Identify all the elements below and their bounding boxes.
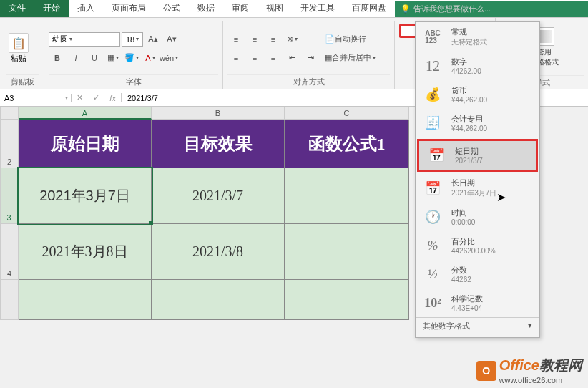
name-box-value: A3 [4, 94, 14, 102]
percent-icon: % [421, 236, 444, 256]
increase-indent-icon[interactable]: ⇥ [303, 51, 318, 65]
italic-button[interactable]: I [68, 51, 84, 65]
cell-c3[interactable] [285, 168, 409, 224]
tell-me-placeholder: 告诉我您想要做什么... [413, 4, 491, 14]
format-fraction[interactable]: ½ 分数44262 [416, 260, 539, 288]
scientific-icon: 10² [421, 293, 444, 313]
column-header-b[interactable]: B [152, 107, 285, 120]
paste-label: 粘贴 [11, 53, 26, 64]
tell-me-search[interactable]: 💡 告诉我您想要做什么... [395, 1, 588, 17]
fill-color-button[interactable]: 🪣▾ [124, 51, 139, 65]
tab-data[interactable]: 数据 [189, 0, 223, 17]
align-left-icon[interactable]: ≡ [228, 51, 244, 65]
font-color-button[interactable]: A▾ [142, 51, 158, 65]
cell-c2[interactable]: 函数公式1 [285, 120, 409, 168]
tab-developer[interactable]: 开发工具 [292, 0, 343, 17]
column-header-a[interactable]: A [19, 107, 152, 120]
cell-a2[interactable]: 原始日期 [19, 120, 152, 168]
cell-b5[interactable] [152, 280, 285, 320]
lightbulb-icon: 💡 [401, 4, 411, 14]
align-bottom-icon[interactable]: ≡ [265, 32, 281, 47]
cell-a3[interactable]: 2021年3月7日 [19, 168, 152, 224]
currency-icon: 💰 [421, 84, 444, 105]
tab-view[interactable]: 视图 [258, 0, 292, 17]
cell-a3-value: 2021年3月7日 [39, 186, 130, 205]
font-group-label: 字体 [49, 74, 218, 87]
accounting-icon: 🧾 [421, 113, 444, 133]
watermark-url: www.office26.com [499, 376, 562, 384]
tab-formulas[interactable]: 公式 [155, 0, 189, 17]
row-header-5[interactable] [0, 280, 19, 320]
fill-handle[interactable] [149, 221, 153, 225]
row-header-2[interactable]: 2 [0, 120, 19, 168]
column-header-c[interactable]: C [285, 107, 409, 120]
tab-page-layout[interactable]: 页面布局 [103, 0, 155, 17]
format-percent[interactable]: % 百分比4426200.00% [416, 231, 539, 260]
chevron-down-icon[interactable]: ▾ [65, 94, 68, 101]
format-general[interactable]: ABC 123 常规无特定格式 [416, 22, 539, 52]
alignment-group-label: 对齐方式 [227, 74, 390, 87]
general-icon: ABC 123 [421, 27, 444, 47]
group-clipboard: 📋 粘贴 剪贴板 [1, 21, 44, 89]
tab-file[interactable]: 文件 [0, 0, 34, 17]
watermark-brand1: Office [499, 357, 539, 373]
decrease-indent-icon[interactable]: ⇤ [284, 51, 300, 65]
format-short-date[interactable]: 📅 短日期2021/3/7 [417, 139, 538, 172]
format-accounting[interactable]: 🧾 会计专用¥44,262.00 [416, 109, 539, 137]
long-date-icon: 📅 [421, 178, 444, 198]
formula-value: 2021/3/7 [127, 94, 158, 102]
underline-button[interactable]: U [87, 51, 102, 65]
tab-insert[interactable]: 插入 [69, 0, 103, 17]
font-name-dropdown[interactable]: 幼圆▾ [49, 32, 120, 47]
group-alignment: ≡ ≡ ≡ ⤭▾ ≡ ≡ ≡ ⇤ ⇥ 📄 自动换行 ▦ 合并后 [223, 21, 395, 89]
fx-icon[interactable]: fx [109, 94, 116, 102]
clipboard-group-label: 剪贴板 [6, 74, 39, 87]
bold-button[interactable]: B [49, 51, 65, 65]
align-center-icon[interactable]: ≡ [247, 51, 263, 65]
row-header-4[interactable]: 4 [0, 224, 19, 280]
cell-area: 原始日期 目标效果 函数公式1 2021年3月7日 2021/3/7 2021年… [19, 120, 409, 320]
paste-icon: 📋 [9, 33, 29, 53]
align-top-icon[interactable]: ≡ [228, 32, 244, 47]
tab-baidu-pan[interactable]: 百度网盘 [343, 0, 395, 17]
row-headers: 2 3 4 [0, 120, 19, 320]
cell-a5[interactable] [19, 280, 152, 320]
merge-center-button[interactable]: ▦ 合并后居中▾ [324, 51, 376, 65]
row-header-3[interactable]: 3 [0, 168, 19, 224]
tab-home[interactable]: 开始 [34, 0, 69, 17]
border-button[interactable]: ▦▾ [105, 51, 121, 65]
cell-b2[interactable]: 目标效果 [152, 120, 285, 168]
number-format-menu: ABC 123 常规无特定格式 12 数字44262.00 💰 货币¥44,26… [415, 21, 540, 338]
format-currency[interactable]: 💰 货币¥44,262.00 [416, 80, 539, 109]
ribbon-tabs: 文件 开始 插入 页面布局 公式 数据 审阅 视图 开发工具 百度网盘 💡 告诉… [0, 0, 588, 18]
format-number[interactable]: 12 数字44262.00 [416, 52, 539, 80]
font-name-value: 幼圆 [52, 34, 68, 44]
tab-review[interactable]: 审阅 [223, 0, 258, 17]
font-size-dropdown[interactable]: 18▾ [122, 32, 143, 47]
wrap-text-button[interactable]: 📄 自动换行 [324, 32, 367, 47]
cell-c5[interactable] [285, 280, 409, 320]
cancel-formula-icon[interactable]: ✕ [77, 93, 83, 102]
format-long-date[interactable]: 📅 长日期2021年3月7日 [416, 173, 539, 203]
more-number-formats[interactable]: 其他数字格式 ▾ [416, 317, 539, 334]
name-box[interactable]: A3 ▾ [0, 94, 72, 102]
align-right-icon[interactable]: ≡ [265, 51, 281, 65]
paste-button[interactable]: 📋 粘贴 [6, 31, 31, 65]
align-middle-icon[interactable]: ≡ [247, 32, 263, 47]
cell-b4[interactable]: 2021/3/8 [152, 224, 285, 280]
cell-a4[interactable]: 2021年3月8日 [19, 224, 152, 280]
accept-formula-icon[interactable]: ✓ [93, 93, 99, 102]
format-scientific[interactable]: 10² 科学记数4.43E+04 [416, 288, 539, 317]
increase-font-icon[interactable]: A▴ [145, 32, 161, 47]
format-time[interactable]: 🕐 时间0:00:00 [416, 203, 539, 231]
select-all-corner[interactable] [0, 107, 19, 120]
cell-b3[interactable]: 2021/3/7 [152, 168, 285, 224]
more-formats-label: 其他数字格式 [423, 321, 470, 331]
orientation-button[interactable]: ⤭▾ [284, 32, 300, 47]
column-headers: A B C [19, 107, 409, 120]
phonetic-button[interactable]: wén▾ [161, 51, 177, 65]
chevron-down-icon: ▾ [528, 321, 532, 331]
decrease-font-icon[interactable]: A▾ [164, 32, 180, 47]
group-font: 幼圆▾ 18▾ A▴ A▾ B I U ▦▾ 🪣▾ A▾ wén▾ [44, 21, 223, 89]
cell-c4[interactable] [285, 224, 409, 280]
